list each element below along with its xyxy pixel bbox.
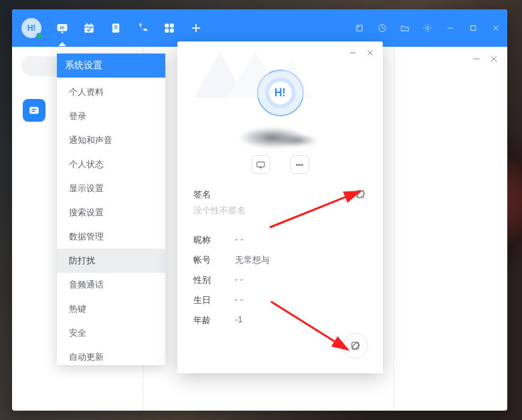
chat-icon[interactable]: H! bbox=[56, 22, 68, 34]
signature-placeholder: 没个性不签名 bbox=[193, 205, 367, 217]
svg-point-39 bbox=[301, 164, 302, 165]
field-value: - - bbox=[235, 294, 243, 306]
field-key: 年龄 bbox=[193, 314, 235, 326]
svg-rect-36 bbox=[257, 162, 264, 167]
profile-field-0: 昵称- - bbox=[193, 234, 367, 246]
settings-item-2[interactable]: 通知和声音 bbox=[57, 128, 165, 152]
presence-dot bbox=[36, 33, 43, 39]
more-button[interactable] bbox=[290, 155, 309, 174]
field-key: 昵称 bbox=[193, 234, 235, 246]
conversation-sidebar bbox=[394, 47, 507, 411]
settings-item-0[interactable]: 个人资料 bbox=[57, 80, 165, 104]
svg-text:H!: H! bbox=[60, 25, 64, 30]
settings-item-5[interactable]: 搜索设置 bbox=[57, 201, 165, 225]
field-key: 帐号 bbox=[193, 254, 235, 266]
phone-icon[interactable] bbox=[137, 22, 149, 34]
profile-fields: 昵称- -帐号无常想与性别- -生日- -年龄-1 bbox=[193, 234, 367, 326]
modal-close-icon[interactable] bbox=[365, 48, 375, 58]
history-icon[interactable] bbox=[377, 23, 387, 33]
conversation-header-controls bbox=[394, 47, 507, 71]
profile-field-3: 生日- - bbox=[193, 294, 367, 306]
folder-icon[interactable] bbox=[400, 23, 410, 33]
settings-panel: 系统设置 个人资料登录通知和声音个人状态显示设置搜索设置数据管理防打扰音频通话热… bbox=[57, 54, 165, 365]
edit-profile-fab[interactable] bbox=[343, 333, 368, 358]
svg-point-38 bbox=[299, 164, 300, 165]
min-icon[interactable] bbox=[446, 23, 455, 33]
svg-point-17 bbox=[426, 27, 429, 29]
svg-rect-11 bbox=[165, 29, 169, 33]
titlebar-right-controls bbox=[355, 23, 501, 33]
profile-name-blurred bbox=[240, 124, 321, 151]
close-icon[interactable] bbox=[491, 23, 501, 33]
apps-icon[interactable] bbox=[163, 22, 175, 34]
edit-signature-button[interactable] bbox=[355, 189, 367, 201]
settings-item-7[interactable]: 防打扰 bbox=[57, 249, 165, 273]
pane-min-icon[interactable] bbox=[471, 54, 482, 64]
field-value: -1 bbox=[235, 314, 243, 326]
pane-close-icon[interactable] bbox=[489, 54, 499, 64]
modal-min-icon[interactable] bbox=[348, 48, 357, 58]
svg-point-37 bbox=[296, 164, 298, 165]
settings-item-9[interactable]: 热键 bbox=[57, 297, 165, 321]
user-avatar[interactable]: H! bbox=[21, 18, 41, 38]
settings-item-11[interactable]: 自动更新 bbox=[57, 345, 165, 369]
max-icon[interactable] bbox=[468, 23, 478, 33]
calendar-icon[interactable] bbox=[83, 22, 95, 34]
settings-item-4[interactable]: 显示设置 bbox=[57, 177, 165, 201]
settings-item-3[interactable]: 个人状态 bbox=[57, 152, 165, 177]
message-button[interactable] bbox=[252, 155, 270, 174]
field-key: 生日 bbox=[193, 294, 235, 306]
signature-label: 签名 bbox=[193, 189, 211, 201]
settings-item-8[interactable]: 音频通话 bbox=[57, 273, 165, 297]
settings-item-1[interactable]: 登录 bbox=[57, 104, 165, 128]
profile-field-2: 性别- - bbox=[193, 274, 367, 286]
settings-item-6[interactable]: 数据管理 bbox=[57, 225, 165, 249]
field-value: 无常想与 bbox=[235, 254, 270, 266]
svg-rect-10 bbox=[170, 23, 174, 27]
svg-rect-9 bbox=[165, 23, 169, 27]
field-value: - - bbox=[235, 274, 243, 286]
svg-rect-19 bbox=[471, 26, 476, 31]
popout-icon[interactable] bbox=[355, 23, 364, 33]
plus-icon[interactable] bbox=[190, 22, 202, 34]
svg-rect-12 bbox=[170, 29, 174, 33]
avatar-logo: H! bbox=[269, 82, 292, 104]
profile-field-4: 年龄-1 bbox=[193, 314, 367, 326]
svg-rect-2 bbox=[84, 25, 94, 33]
settings-title: 系统设置 bbox=[57, 54, 165, 78]
profile-field-1: 帐号无常想与 bbox=[193, 254, 367, 266]
profile-modal: H! 签名 没个性不签名 昵称- -帐号无常想与性别- -生日- -年龄-1 bbox=[177, 41, 383, 373]
svg-rect-24 bbox=[29, 107, 39, 114]
settings-list: 个人资料登录通知和声音个人状态显示设置搜索设置数据管理防打扰音频通话热键安全自动… bbox=[57, 78, 165, 372]
profile-action-row bbox=[177, 155, 383, 174]
settings-item-10[interactable]: 安全 bbox=[57, 321, 165, 345]
avatar-label: H! bbox=[27, 23, 36, 33]
field-value: - - bbox=[235, 234, 243, 246]
channel-badge-icon bbox=[23, 99, 46, 122]
doc-icon[interactable] bbox=[110, 22, 122, 34]
profile-body: 签名 没个性不签名 昵称- -帐号无常想与性别- -生日- -年龄-1 bbox=[177, 174, 383, 326]
gear-icon[interactable] bbox=[423, 23, 432, 33]
svg-rect-15 bbox=[357, 25, 362, 31]
field-key: 性别 bbox=[193, 274, 235, 286]
